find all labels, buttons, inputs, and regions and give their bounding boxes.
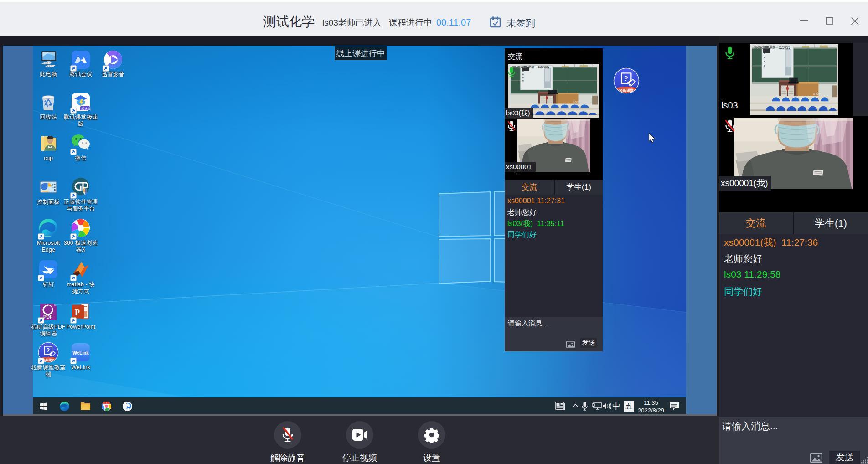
svg-text:P: P [75, 308, 80, 317]
svg-text:极速版: 极速版 [81, 107, 91, 111]
svg-text:WeLink: WeLink [72, 351, 89, 356]
svg-text:PDF: PDF [43, 314, 52, 320]
